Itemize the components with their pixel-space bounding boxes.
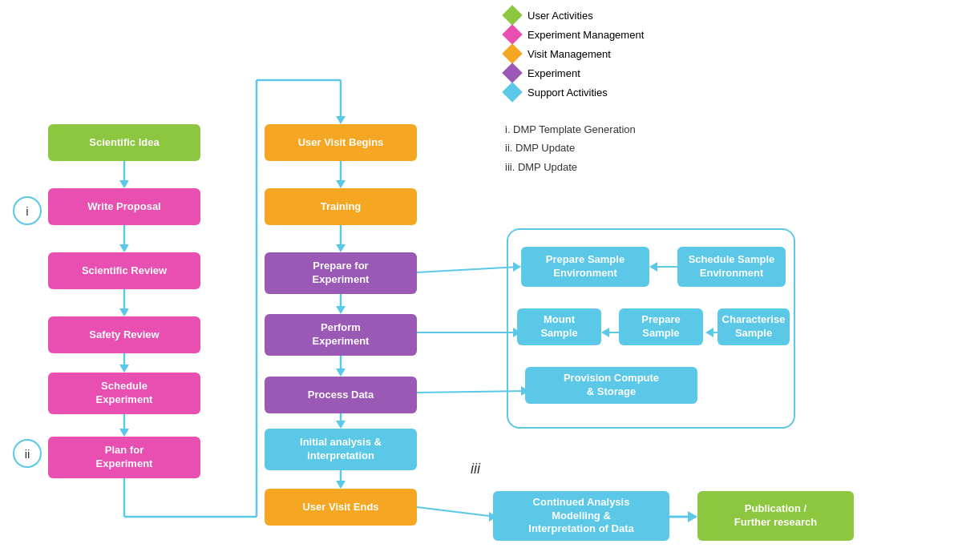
mount-sample-box: MountSample <box>517 308 601 345</box>
legend-label-visit-management: Visit Management <box>527 48 611 60</box>
user-activities-icon <box>502 5 522 25</box>
schedule-experiment-box: ScheduleExperiment <box>48 373 200 414</box>
write-proposal-box: Write Proposal <box>48 188 200 225</box>
svg-marker-5 <box>119 308 129 316</box>
schedule-sample-env-label: Schedule SampleEnvironment <box>689 253 775 280</box>
continued-analysis-label: Continued AnalysisModelling &Interpretat… <box>528 496 633 537</box>
svg-marker-21 <box>336 306 346 314</box>
user-visit-ends-label: User Visit Ends <box>302 501 378 514</box>
mount-sample-label: MountSample <box>540 313 577 340</box>
legend-user-activities: User Activities <box>505 8 644 22</box>
provision-compute-box: Provision Compute& Storage <box>525 367 697 404</box>
svg-marker-23 <box>336 369 346 377</box>
circle-label-i: i <box>13 196 42 225</box>
process-data-box: Process Data <box>265 377 417 413</box>
training-label: Training <box>321 200 362 214</box>
schedule-experiment-label: ScheduleExperiment <box>96 380 153 407</box>
schedule-sample-env-box: Schedule SampleEnvironment <box>677 247 786 287</box>
svg-marker-1 <box>119 180 129 188</box>
legend: User Activities Experiment Management Vi… <box>505 8 644 104</box>
circle-label-ii: ii <box>13 439 42 468</box>
scientific-review-label: Scientific Review <box>82 264 167 278</box>
visit-management-icon <box>502 43 522 63</box>
characterise-sample-label: CharacteriseSample <box>722 313 786 340</box>
training-box: Training <box>265 188 417 225</box>
scientific-idea-box: Scientific Idea <box>48 124 200 161</box>
iii-text: iii <box>471 461 480 477</box>
experiment-icon <box>502 62 522 83</box>
svg-marker-9 <box>119 429 129 437</box>
svg-line-28 <box>417 267 519 272</box>
legend-support-activities: Support Activities <box>505 85 644 99</box>
circle-i-text: i <box>26 204 28 218</box>
legend-label-experiment-management: Experiment Management <box>527 29 644 41</box>
prepare-experiment-label: Prepare forExperiment <box>313 260 370 287</box>
prepare-experiment-box: Prepare forExperiment <box>265 252 417 294</box>
svg-marker-25 <box>336 421 346 429</box>
support-activities-icon <box>502 82 522 102</box>
legend-note-i: i. DMP Template Generation <box>505 120 636 139</box>
svg-line-40 <box>417 507 495 517</box>
legend-label-experiment: Experiment <box>527 67 580 79</box>
legend-label-user-activities: User Activities <box>527 10 593 22</box>
process-data-label: Process Data <box>308 389 374 402</box>
continued-analysis-box: Continued AnalysisModelling &Interpretat… <box>493 491 669 541</box>
plan-experiment-label: Plan forExperiment <box>96 444 153 471</box>
diagram-container: User Activities Experiment Management Vi… <box>0 0 962 560</box>
user-visit-begins-label: User Visit Begins <box>298 136 384 150</box>
prepare-sample-env-box: Prepare SampleEnvironment <box>521 247 649 287</box>
svg-marker-19 <box>336 244 346 252</box>
perform-experiment-box: PerformExperiment <box>265 314 417 356</box>
safety-review-box: Safety Review <box>48 316 200 353</box>
user-visit-ends-box: User Visit Ends <box>265 489 417 526</box>
svg-marker-27 <box>336 481 346 489</box>
legend-experiment: Experiment <box>505 66 644 80</box>
svg-marker-15 <box>336 116 346 124</box>
svg-marker-43 <box>688 511 697 522</box>
publication-label: Publication /Further research <box>734 502 817 530</box>
perform-experiment-label: PerformExperiment <box>313 321 370 348</box>
legend-label-support-activities: Support Activities <box>527 87 608 99</box>
legend-visit-management: Visit Management <box>505 46 644 61</box>
legend-note-iii: iii. DMP Update <box>505 158 636 176</box>
label-iii: iii <box>471 461 480 477</box>
svg-marker-17 <box>336 180 346 188</box>
legend-notes: i. DMP Template Generation ii. DMP Updat… <box>505 120 636 176</box>
publication-box: Publication /Further research <box>697 491 854 541</box>
user-visit-begins-box: User Visit Begins <box>265 124 417 161</box>
legend-experiment-management: Experiment Management <box>505 27 644 42</box>
svg-marker-3 <box>119 244 129 252</box>
initial-analysis-label: Initial analysis &interpretation <box>300 436 382 463</box>
characterise-sample-box: CharacteriseSample <box>717 308 790 345</box>
circle-ii-text: ii <box>25 447 30 461</box>
svg-marker-7 <box>119 365 129 373</box>
safety-review-label: Safety Review <box>89 328 159 342</box>
provision-compute-label: Provision Compute& Storage <box>564 372 659 399</box>
legend-note-ii: ii. DMP Update <box>505 139 636 157</box>
scientific-idea-label: Scientific Idea <box>89 136 159 150</box>
prepare-sample-env-label: Prepare SampleEnvironment <box>546 253 624 280</box>
scientific-review-box: Scientific Review <box>48 252 200 289</box>
prepare-sample-label: PrepareSample <box>641 313 680 340</box>
plan-experiment-box: Plan forExperiment <box>48 437 200 478</box>
initial-analysis-box: Initial analysis &interpretation <box>265 429 417 470</box>
experiment-management-icon <box>502 24 522 44</box>
prepare-sample-box: PrepareSample <box>619 308 703 345</box>
write-proposal-label: Write Proposal <box>87 200 161 214</box>
